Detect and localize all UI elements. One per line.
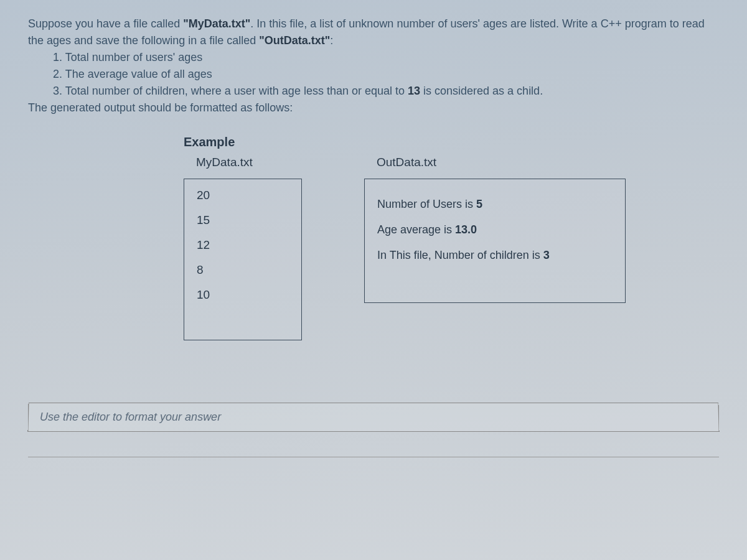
out-val-3: 3 (543, 249, 550, 261)
requirement-1: 1. Total number of users' ages (28, 49, 719, 66)
question-prompt: Suppose you have a file called "MyData.t… (28, 16, 719, 116)
req3-bold: 13 (408, 85, 420, 97)
req3-part2: is considered as a child. (420, 85, 543, 97)
out-line-3: In This file, Number of children is 3 (377, 249, 613, 262)
outdata-column: OutData.txt Number of Users is 5 Age ave… (364, 156, 626, 303)
mydata-column: MyData.txt 20 15 12 8 10 (184, 156, 302, 340)
intro-text-1: Suppose you have a file called (28, 17, 183, 30)
outdata-box: Number of Users is 5 Age average is 13.0… (364, 179, 626, 303)
requirement-2: 2. The average value of all ages (28, 66, 719, 83)
mydata-label: MyData.txt (184, 156, 302, 169)
age-value: 8 (197, 263, 289, 277)
editor-placeholder: Use the editor to format your answer (40, 411, 221, 423)
out-val-1: 5 (476, 198, 482, 210)
example-section: Example ••• MyData.txt 20 15 12 8 10 Out… (184, 135, 719, 340)
out-text-3: In This file, Number of children is (377, 249, 543, 261)
file-in-name: "MyData.txt" (183, 17, 250, 30)
out-text-2: Age average is (377, 223, 455, 236)
age-value: 10 (197, 288, 289, 302)
out-line-1: Number of Users is 5 (377, 198, 613, 211)
outdata-label: OutData.txt (364, 156, 626, 169)
divider-line (28, 457, 719, 457)
requirement-3: 3. Total number of children, where a use… (28, 83, 719, 100)
out-text-1: Number of Users is (377, 198, 476, 210)
file-out-name: "OutData.txt" (259, 34, 330, 47)
req3-part1: 3. Total number of children, where a use… (53, 85, 408, 97)
out-val-2: 13.0 (455, 223, 477, 236)
question-intro: Suppose you have a file called "MyData.t… (28, 16, 719, 49)
age-value: 12 (197, 238, 289, 252)
intro-text-3: : (330, 34, 333, 47)
out-line-2: Age average is 13.0 (377, 223, 613, 236)
files-row: MyData.txt 20 15 12 8 10 OutData.txt Num… (184, 156, 719, 340)
mydata-box: 20 15 12 8 10 (184, 179, 302, 340)
age-value: 15 (197, 213, 289, 227)
example-title: Example (184, 135, 719, 149)
answer-editor[interactable]: Use the editor to format your answer (27, 403, 719, 432)
question-outro: The generated output should be formatted… (28, 100, 719, 116)
age-value: 20 (197, 189, 289, 202)
